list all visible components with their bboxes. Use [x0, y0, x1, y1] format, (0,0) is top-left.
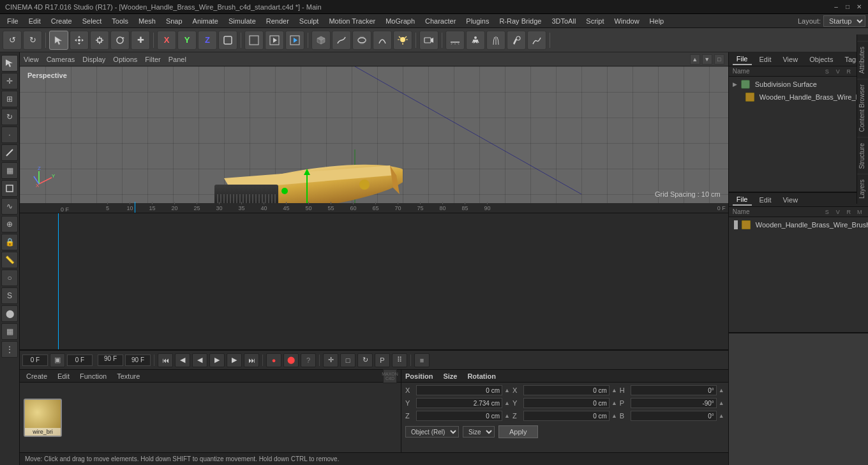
play-reverse-button[interactable]: ◀: [192, 353, 207, 367]
size-mode-select[interactable]: Size: [463, 426, 495, 438]
deform-button[interactable]: [373, 31, 392, 50]
menu-select[interactable]: Select: [78, 16, 107, 26]
vp-nav-down[interactable]: ▼: [702, 54, 712, 65]
param-button[interactable]: ↻: [357, 353, 373, 367]
menu-vray[interactable]: R-Ray Bridge: [495, 16, 546, 26]
size-x-arrow[interactable]: ▲: [611, 387, 617, 393]
size-y-arrow[interactable]: ▲: [611, 400, 617, 406]
menu-simulate[interactable]: Simulate: [224, 16, 260, 26]
size-x-input[interactable]: [523, 385, 610, 395]
mat-tab-create[interactable]: Create: [24, 372, 50, 381]
menu-script[interactable]: Script: [581, 16, 608, 26]
step-forward-button[interactable]: ▶: [227, 353, 242, 367]
menu-render[interactable]: Render: [262, 16, 294, 26]
timeline-track[interactable]: [20, 213, 728, 351]
menu-window[interactable]: Window: [610, 16, 643, 26]
menu-edit[interactable]: Edit: [24, 16, 45, 26]
mat-tab-edit[interactable]: Edit: [55, 372, 72, 381]
measure-side[interactable]: 📏: [1, 252, 18, 268]
pos-z-input[interactable]: [416, 411, 502, 421]
attr-tab-view[interactable]: View: [779, 195, 802, 205]
vp-menu-display[interactable]: Display: [82, 56, 105, 63]
rot-b-input[interactable]: [631, 411, 717, 421]
spline-button[interactable]: [332, 31, 351, 50]
menu-mesh[interactable]: Mesh: [134, 16, 160, 26]
menu-tools[interactable]: Tools: [107, 16, 133, 26]
menu-create[interactable]: Create: [47, 16, 77, 26]
attr-tab-file[interactable]: File: [733, 194, 752, 206]
step-back-button[interactable]: ◀: [175, 353, 190, 367]
vtab-structure[interactable]: Structure: [857, 137, 869, 174]
goto-start-button[interactable]: ⏮: [158, 353, 173, 367]
rotate-tool-button[interactable]: [110, 31, 130, 50]
end-frame-input[interactable]: [125, 354, 151, 366]
maximize-button[interactable]: □: [844, 3, 851, 11]
snap-mode-side[interactable]: 🔒: [1, 234, 18, 250]
move-tool-side[interactable]: ✛: [1, 73, 18, 89]
objects-tab-file[interactable]: File: [733, 54, 752, 65]
scale-tool-side[interactable]: ⊞: [1, 91, 18, 107]
current-frame-input[interactable]: [22, 354, 48, 366]
paint-side[interactable]: ⬤: [1, 305, 18, 322]
menu-sculpt[interactable]: Sculpt: [295, 16, 324, 26]
rotate-tool-side[interactable]: ↻: [1, 109, 18, 125]
move-tool-button[interactable]: [70, 31, 89, 50]
set-key-button[interactable]: ▣: [50, 353, 65, 367]
goto-end-button[interactable]: ⏭: [244, 353, 259, 367]
minimize-button[interactable]: –: [832, 3, 840, 11]
timeline-dots-button[interactable]: ⠿: [392, 353, 407, 367]
coord-mode-select[interactable]: Object (Rel) World Local: [405, 426, 459, 438]
pos-x-input[interactable]: [416, 385, 502, 395]
viewport-3d[interactable]: Perspective Grid Spacing : 10 cm: [20, 66, 728, 203]
menu-3dtoall[interactable]: 3DToAll: [547, 16, 580, 26]
render-to-po-button[interactable]: [285, 31, 304, 50]
render-anim-button[interactable]: [265, 31, 284, 50]
z-axis-button[interactable]: Z: [198, 31, 217, 50]
rot-b-arrow[interactable]: ▲: [719, 413, 724, 419]
timeline-mini-button[interactable]: ≡: [414, 353, 430, 367]
axis-mode-side[interactable]: ⊕: [1, 216, 18, 232]
sculpt-button[interactable]: [527, 31, 546, 50]
rot-p-arrow[interactable]: ▲: [719, 400, 724, 406]
camera-button[interactable]: [419, 31, 438, 50]
obj-mode-side[interactable]: [1, 180, 18, 197]
pos-y-arrow[interactable]: ▲: [504, 400, 510, 406]
character-button[interactable]: [466, 31, 485, 50]
attr-tab-edit[interactable]: Edit: [756, 195, 775, 205]
cube-button[interactable]: [311, 31, 331, 50]
select-tool-button[interactable]: [49, 31, 68, 50]
light-button[interactable]: [393, 31, 412, 50]
brush-side[interactable]: ○: [1, 270, 18, 286]
edges-mode-side[interactable]: [1, 144, 18, 161]
keyframe-sel-button[interactable]: □: [340, 353, 355, 367]
polygon-mode-side[interactable]: ▦: [1, 162, 18, 179]
size-y-input[interactable]: [523, 398, 610, 408]
timeline-playhead[interactable]: [58, 213, 59, 350]
menu-snap[interactable]: Snap: [161, 16, 187, 26]
mat-tab-function[interactable]: Function: [77, 372, 109, 381]
paint-button[interactable]: [507, 31, 526, 50]
rot-h-input[interactable]: [631, 385, 717, 395]
spline-mode-side[interactable]: ∿: [1, 198, 18, 215]
menu-plugins[interactable]: Plugins: [461, 16, 493, 26]
vp-nav-maximize[interactable]: □: [714, 54, 724, 65]
size-z-arrow[interactable]: ▲: [611, 413, 617, 419]
size-z-input[interactable]: [523, 411, 610, 421]
pos-y-input[interactable]: [416, 398, 502, 408]
y-axis-button[interactable]: Y: [177, 31, 197, 50]
key-sel-button[interactable]: ?: [301, 353, 316, 367]
obj-row-wooden-handle[interactable]: Wooden_Handle_Brass_Wire_Brush: [729, 91, 868, 103]
material-swatch-wire-brush[interactable]: wire_bri: [24, 399, 62, 437]
pivot-button[interactable]: P: [375, 353, 390, 367]
rot-h-arrow[interactable]: ▲: [719, 387, 724, 393]
vtab-content-browser[interactable]: Content Browser: [857, 79, 869, 137]
grid-side[interactable]: ▦: [1, 323, 18, 340]
floor-button[interactable]: [445, 31, 465, 50]
pos-z-arrow[interactable]: ▲: [504, 413, 510, 419]
vp-nav-up[interactable]: ▲: [690, 54, 700, 65]
redo-button[interactable]: ↻: [23, 31, 42, 50]
vp-menu-cameras[interactable]: Cameras: [47, 56, 75, 63]
menu-animate[interactable]: Animate: [188, 16, 223, 26]
add-object-button[interactable]: ✚: [131, 31, 150, 50]
scale-tool-button[interactable]: [90, 31, 109, 50]
